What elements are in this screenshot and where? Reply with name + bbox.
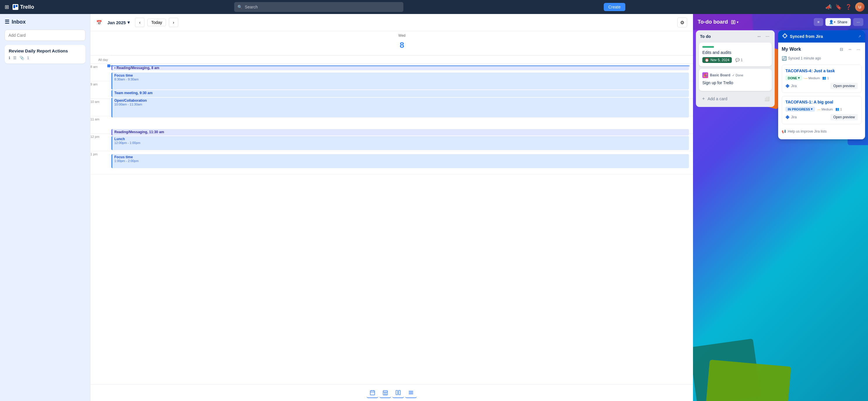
card-label-bar <box>702 46 714 48</box>
my-work-header: My Work ⊟ ↔ ··· <box>782 46 862 53</box>
task-title-1: TACOFANS-4: Just a task <box>785 68 858 73</box>
board-color: 🎉 <box>702 72 708 78</box>
board-view-toggle[interactable]: ▾ <box>731 20 739 25</box>
search-input[interactable] <box>245 5 400 9</box>
open-preview-button-1[interactable]: Open preview <box>830 83 858 89</box>
create-button[interactable]: Create <box>604 3 625 11</box>
chevron-down-icon: ▾ <box>127 20 130 25</box>
trello-logo-icon <box>12 4 19 10</box>
search-bar[interactable]: 🔍 <box>234 2 403 12</box>
right-panel: To-do board ▾ ≡ 👤+ Share ··· <box>693 14 868 401</box>
time-label-11am: 11 am <box>90 116 102 134</box>
board-header: To-do board ▾ ≡ 👤+ Share ··· <box>693 14 868 30</box>
prev-month-button[interactable]: ‹ <box>135 18 144 27</box>
attachment-count: 1 <box>27 56 29 60</box>
all-day-row: All day <box>90 56 693 64</box>
jira-external-link-icon[interactable]: ↗ <box>858 34 861 38</box>
notifications-icon[interactable]: 📣 <box>826 4 832 10</box>
template-icon: ⬜ <box>765 96 769 101</box>
info-icon: ℹ <box>9 56 10 60</box>
open-preview-button-2[interactable]: Open preview <box>830 114 858 120</box>
inbox-card-item[interactable]: Review Daily Report Actions ℹ ☰ 📎 1 <box>5 45 86 64</box>
improve-jira-link[interactable]: 📢 Help us improve Jira lists <box>782 127 862 136</box>
card-signup-trello[interactable]: 🎉 Basic Board ✓ Done Sign up for Trello <box>699 69 772 91</box>
list-collapse-button[interactable]: ↔ <box>756 33 763 40</box>
time-label-9am: 9 am <box>90 81 100 99</box>
status-badge-in-progress[interactable]: IN PROGRESS ▾ <box>785 107 815 112</box>
jira-task-2[interactable]: TACOFANS-1: A big goal IN PROGRESS ▾ — M… <box>782 96 862 124</box>
time-label-8am: 8 am <box>90 64 100 81</box>
next-month-button[interactable]: › <box>169 18 178 27</box>
add-card-button[interactable]: ＋ Add a card ⬜ <box>699 93 772 104</box>
task-title-2: TACOFANS-1: A big goal <box>785 100 858 104</box>
board-badge: 🎉 Basic Board ✓ Done <box>702 72 768 78</box>
jira-panel: Synced from Jira ↗ My Work ⊟ ↔ ··· <box>778 30 865 139</box>
share-button[interactable]: 👤+ Share <box>826 18 851 26</box>
calendar-panel: 📅 Jan 2025 ▾ ‹ Today › ⚙ Wed 8 All day <box>90 14 693 401</box>
grid-icon[interactable]: ⊞ <box>3 3 10 11</box>
event-open-collab[interactable]: Open/Collaboration 10:00am - 11:30am <box>112 98 689 118</box>
help-icon[interactable]: ❓ <box>845 4 852 10</box>
chevron-down-icon: ▾ <box>811 107 813 111</box>
plus-icon: ＋ <box>701 96 706 102</box>
person-icon-2: 👥 <box>835 107 839 111</box>
svg-rect-1 <box>13 5 15 8</box>
event-focus-8am[interactable]: Focus time 8:30am - 9:30am <box>112 73 689 90</box>
filter-button[interactable]: ⊟ <box>838 46 845 53</box>
priority-icon: — <box>804 76 808 80</box>
board-view-button[interactable] <box>392 388 404 398</box>
list-more-button[interactable]: ··· <box>765 33 771 40</box>
trello-logo[interactable]: Trello <box>12 4 34 10</box>
calendar-settings-button[interactable]: ⚙ <box>677 18 687 27</box>
board-background: To-do board ▾ ≡ 👤+ Share ··· <box>693 14 868 401</box>
event-lunch[interactable]: Lunch 12:00pm - 1:00pm <box>112 136 689 150</box>
nav-left: ⊞ Trello <box>3 3 34 11</box>
jira-header: Synced from Jira ↗ <box>778 30 865 42</box>
event-team-meeting[interactable]: Team meeting, 9:30 am <box>112 90 689 97</box>
list-header: To do ↔ ··· <box>699 33 772 40</box>
more-button[interactable]: ··· <box>855 46 862 53</box>
jira-icon-1 <box>785 84 789 88</box>
event-reading-1130[interactable]: Reading/Messaging, 11:30 am <box>112 129 689 135</box>
person-icon: 👥 <box>822 76 826 80</box>
inbox-header: ☰ Inbox <box>5 19 86 25</box>
status-badge-done[interactable]: DONE ▾ <box>785 75 802 80</box>
timeline-view-button[interactable] <box>405 388 417 398</box>
card-edits-title: Edits and audits <box>702 50 768 55</box>
list-actions: ↔ ··· <box>756 33 771 40</box>
calendar-scroll[interactable]: Wed 8 All day 8 am 9 am <box>90 31 693 385</box>
cards-overlay: To do ↔ ··· Edits and audits ⏰ <box>696 30 865 398</box>
add-card-input[interactable] <box>5 30 86 41</box>
jira-task-1[interactable]: TACOFANS-4: Just a task DONE ▾ — Medium <box>782 65 862 93</box>
card-meta: ℹ ☰ 📎 1 <box>9 56 82 60</box>
inbox-title: Inbox <box>12 19 26 25</box>
board-menu-button[interactable]: ≡ <box>814 18 823 26</box>
jira-source-1: Jira <box>785 84 797 88</box>
board-title: To-do board <box>698 19 728 25</box>
my-work-actions: ⊟ ↔ ··· <box>838 46 862 53</box>
month-selector[interactable]: Jan 2025 ▾ <box>105 19 132 26</box>
todo-list: To do ↔ ··· Edits and audits ⏰ <box>696 30 775 107</box>
all-day-label: All day <box>90 56 111 64</box>
current-time-dot <box>107 64 110 67</box>
priority-badge-2: — Medium <box>817 107 833 111</box>
event-focus-1pm[interactable]: Focus time 1:00pm - 2:00pm <box>112 154 689 168</box>
sync-info: 🔄 Synced 1 minute ago <box>782 56 862 61</box>
card-signup-title: Sign up for Trello <box>702 80 768 85</box>
board-more-button[interactable]: ··· <box>853 18 863 26</box>
week-view-button[interactable] <box>379 388 391 398</box>
day-header-row: Wed 8 <box>90 31 693 56</box>
avatar[interactable]: U <box>855 2 865 12</box>
day-view-button[interactable] <box>367 388 378 398</box>
jira-body: My Work ⊟ ↔ ··· 🔄 Synced 1 minute ago <box>778 42 865 139</box>
collapse-button[interactable]: ↔ <box>846 46 854 53</box>
improve-icon: 📢 <box>782 129 786 133</box>
day-header: Wed 8 <box>111 31 693 55</box>
bookmark-icon[interactable]: 🔖 <box>835 4 842 10</box>
today-button[interactable]: Today <box>147 19 166 26</box>
jira-icon-2 <box>785 115 789 119</box>
calendar-header: 📅 Jan 2025 ▾ ‹ Today › ⚙ <box>90 14 693 31</box>
card-edits-audits[interactable]: Edits and audits ⏰ Nov 5, 2024 💬 1 <box>699 42 772 66</box>
card-title: Review Daily Report Actions <box>9 48 82 53</box>
jira-source-2: Jira <box>785 115 797 119</box>
